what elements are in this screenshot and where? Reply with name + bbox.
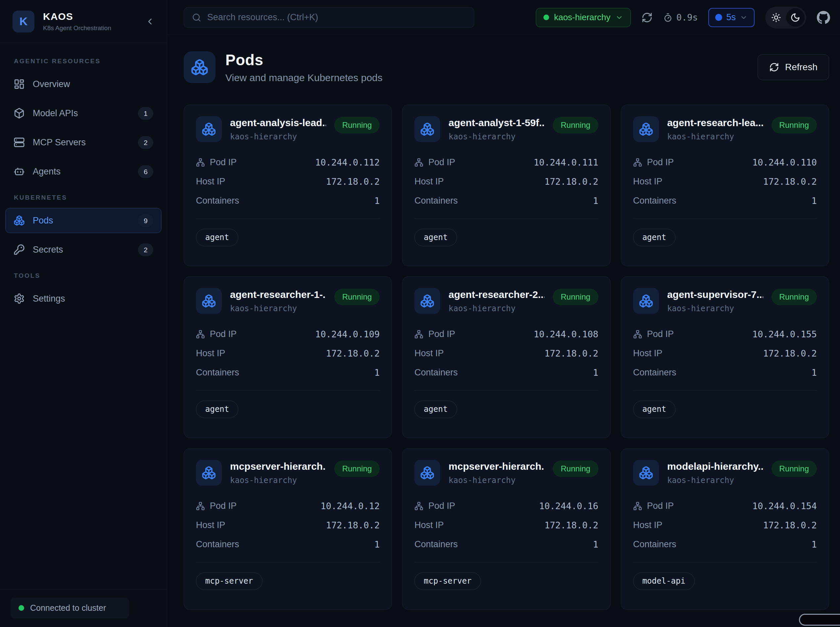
search-box[interactable] (184, 7, 474, 28)
divider (196, 219, 380, 219)
host-ip-value: 172.18.0.2 (544, 348, 598, 359)
pod-fields: Pod IP 10.244.0.155 Host IP 172.18.0.2 C… (633, 329, 817, 378)
sidebar-item-label: Overview (33, 79, 153, 90)
sidebar-item-agents[interactable]: Agents 6 (5, 159, 162, 184)
pod-ip-value: 10.244.0.108 (534, 329, 598, 339)
sync-button[interactable] (642, 12, 653, 23)
interval-dot-icon (715, 14, 722, 21)
status-badge: Running (334, 460, 380, 477)
sidebar-item-overview[interactable]: Overview (5, 71, 162, 97)
pod-tags: agent (633, 229, 817, 246)
pod-ip-label: Pod IP (633, 157, 674, 167)
app-identity: KAOS K8s Agent Orchestration (43, 11, 136, 32)
boxes-icon (639, 294, 653, 308)
pod-card-header: agent-supervisor-7... kaos-hierarchy Run… (633, 288, 817, 314)
gear-icon (14, 293, 25, 304)
count-badge: 2 (138, 136, 153, 149)
pod-namespace: kaos-hierarchy (667, 132, 763, 141)
pod-title-block: agent-supervisor-7... kaos-hierarchy (667, 288, 763, 313)
pod-icon-tile (196, 288, 222, 314)
pod-ip-value: 10.244.0.154 (752, 501, 817, 511)
pod-icon-tile (633, 288, 659, 314)
sidebar-item-label: Model APIs (33, 108, 130, 118)
pod-card[interactable]: agent-supervisor-7... kaos-hierarchy Run… (621, 276, 829, 438)
pod-fields: Pod IP 10.244.0.16 Host IP 172.18.0.2 Co… (414, 501, 598, 550)
containers-label: Containers (196, 367, 239, 378)
horizontal-scrollbar-thumb[interactable] (799, 614, 840, 626)
sidebar-item-mcp-servers[interactable]: MCP Servers 2 (5, 130, 162, 155)
section-label-agentic-resources: AGENTIC RESOURCES (14, 58, 153, 65)
sidebar-item-model-apis[interactable]: Model APIs 1 (5, 101, 162, 126)
containers-row: Containers 1 (414, 367, 598, 378)
pod-card-header: modelapi-hierarchy... kaos-hierarchy Run… (633, 460, 817, 486)
pod-icon-tile (196, 460, 222, 486)
pod-ip-label: Pod IP (414, 329, 455, 339)
sidebar-item-pods[interactable]: Pods 9 (5, 208, 162, 233)
pod-card[interactable]: agent-analyst-1-59f... kaos-hierarchy Ru… (402, 105, 610, 266)
status-badge: Running (771, 117, 817, 134)
containers-label: Containers (633, 539, 676, 550)
container-tag: agent (196, 400, 238, 418)
containers-label: Containers (633, 195, 676, 206)
host-ip-value: 172.18.0.2 (763, 176, 817, 187)
container-tag: model-api (633, 572, 695, 590)
sidebar-item-label: Pods (33, 216, 130, 226)
containers-label: Containers (414, 195, 458, 206)
section-label-kubernetes: KUBERNETES (14, 194, 153, 201)
boxes-icon (201, 122, 216, 136)
pod-card[interactable]: agent-analysis-lead... kaos-hierarchy Ru… (184, 105, 392, 266)
grid-icon (14, 79, 25, 90)
sidebar-item-secrets[interactable]: Secrets 2 (5, 237, 162, 262)
pod-card[interactable]: agent-research-lea... kaos-hierarchy Run… (621, 105, 829, 266)
pod-tags: agent (196, 229, 380, 246)
github-link[interactable] (817, 11, 830, 24)
namespace-select[interactable]: kaos-hierarchy (536, 8, 631, 27)
host-ip-value: 172.18.0.2 (326, 520, 380, 530)
containers-label: Containers (196, 539, 239, 550)
search-input[interactable] (207, 12, 466, 22)
pod-ip-row: Pod IP 10.244.0.110 (633, 157, 817, 167)
pod-name: agent-research-lea... (667, 117, 763, 128)
app-subtitle: K8s Agent Orchestration (43, 25, 136, 32)
pod-ip-label: Pod IP (633, 329, 674, 339)
pod-card[interactable]: modelapi-hierarchy... kaos-hierarchy Run… (621, 448, 829, 610)
pod-card[interactable]: mcpserver-hierarch... kaos-hierarchy Run… (402, 448, 610, 610)
divider (196, 390, 380, 391)
containers-label: Containers (414, 539, 458, 550)
pod-namespace: kaos-hierarchy (230, 132, 326, 141)
search-icon (192, 13, 201, 22)
divider (196, 562, 380, 562)
host-ip-value: 172.18.0.2 (763, 348, 817, 359)
containers-value: 1 (812, 367, 817, 378)
host-ip-row: Host IP 172.18.0.2 (414, 176, 598, 187)
network-icon (414, 501, 423, 510)
light-mode-button[interactable] (767, 8, 785, 27)
network-icon (414, 158, 423, 167)
pod-ip-value: 10.244.0.111 (534, 157, 598, 167)
pod-ip-row: Pod IP 10.244.0.155 (633, 329, 817, 339)
network-icon (633, 501, 642, 510)
pod-card[interactable]: agent-researcher-2... kaos-hierarchy Run… (402, 276, 610, 438)
containers-value: 1 (812, 195, 817, 206)
connected-dot-icon (19, 605, 24, 611)
sidebar-collapse-button[interactable] (145, 17, 155, 27)
containers-value: 1 (374, 367, 380, 378)
pod-tags: agent (414, 400, 598, 418)
sidebar-item-settings[interactable]: Settings (5, 286, 162, 311)
pod-fields: Pod IP 10.244.0.112 Host IP 172.18.0.2 C… (196, 157, 380, 206)
pod-ip-value: 10.244.0.110 (752, 157, 817, 167)
server-icon (14, 137, 25, 148)
containers-row: Containers 1 (196, 367, 380, 378)
refresh-button[interactable]: Refresh (758, 54, 829, 80)
sidebar-item-label: Settings (33, 294, 153, 304)
dark-mode-button[interactable] (786, 8, 805, 27)
pod-card[interactable]: mcpserver-hierarch... kaos-hierarchy Run… (184, 448, 392, 610)
network-icon (414, 330, 423, 339)
page-heading-text: Pods View and manage Kubernetes pods (225, 51, 382, 83)
status-badge: Running (771, 460, 817, 477)
page-title: Pods (225, 51, 382, 69)
pod-card[interactable]: agent-researcher-1-... kaos-hierarchy Ru… (184, 276, 392, 438)
refresh-interval-select[interactable]: 5s (708, 8, 755, 27)
sidebar-nav: AGENTIC RESOURCES Overview Model APIs 1 … (0, 43, 167, 589)
containers-row: Containers 1 (633, 367, 817, 378)
